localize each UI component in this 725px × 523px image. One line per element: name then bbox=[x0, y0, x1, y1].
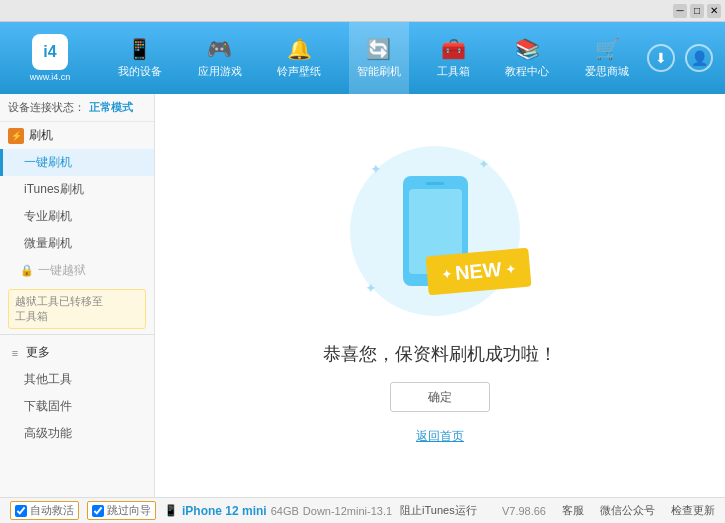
new-ribbon: NEW bbox=[426, 248, 532, 296]
nav-item-toolbox[interactable]: 🧰 工具箱 bbox=[429, 22, 478, 94]
nav-item-app-games[interactable]: 🎮 应用游戏 bbox=[190, 22, 250, 94]
itunes-status[interactable]: 阻止iTunes运行 bbox=[400, 503, 477, 518]
minimize-button[interactable]: ─ bbox=[673, 4, 687, 18]
wechat-link[interactable]: 微信公众号 bbox=[600, 503, 655, 518]
confirm-button[interactable]: 确定 bbox=[390, 382, 490, 412]
status-bar-top: 设备连接状态： 正常模式 bbox=[0, 94, 154, 122]
sidebar-item-itunes-flash[interactable]: iTunes刷机 bbox=[0, 176, 154, 203]
nav-items: 📱 我的设备 🎮 应用游戏 🔔 铃声壁纸 🔄 智能刷机 🧰 工具箱 📚 教程中心… bbox=[100, 22, 647, 94]
logo-text: www.i4.cn bbox=[30, 72, 71, 82]
sparkle-2: ✦ bbox=[478, 156, 490, 172]
customer-service-link[interactable]: 客服 bbox=[562, 503, 584, 518]
auto-rescue-label: 自动救活 bbox=[30, 503, 74, 518]
bottom-left: 自动救活 跳过向导 📱 iPhone 12 mini 64GB Down-12m… bbox=[10, 501, 490, 520]
toolbox-icon: 🧰 bbox=[441, 37, 466, 61]
close-button[interactable]: ✕ bbox=[707, 4, 721, 18]
phone-speaker bbox=[426, 182, 444, 185]
nav-item-tutorial[interactable]: 📚 教程中心 bbox=[497, 22, 557, 94]
tutorial-icon: 📚 bbox=[515, 37, 540, 61]
bottom-bar: 自动救活 跳过向导 📱 iPhone 12 mini 64GB Down-12m… bbox=[0, 497, 725, 523]
nav-right: ⬇ 👤 bbox=[647, 44, 725, 72]
ringtone-icon: 🔔 bbox=[287, 37, 312, 61]
sidebar-item-advanced[interactable]: 高级功能 bbox=[0, 420, 154, 447]
flash-section-label: 刷机 bbox=[29, 127, 53, 144]
smart-flash-icon: 🔄 bbox=[366, 37, 391, 61]
device-model: Down-12mini-13.1 bbox=[303, 505, 392, 517]
download-firmware-label: 下载固件 bbox=[24, 399, 72, 413]
device-info: 📱 iPhone 12 mini 64GB Down-12mini-13.1 bbox=[164, 504, 392, 518]
my-device-icon: 📱 bbox=[127, 37, 152, 61]
auto-rescue-checkbox[interactable]: 自动救活 bbox=[10, 501, 79, 520]
sidebar-warning: 越狱工具已转移至 工具箱 bbox=[8, 289, 146, 329]
nav-item-tutorial-label: 教程中心 bbox=[505, 64, 549, 79]
content-area: ✦ ✦ ✦ NEW 恭喜您，保资料刷机成功啦！ 确定 返回首页 bbox=[155, 94, 725, 497]
main: 设备连接状态： 正常模式 ⚡ 刷机 一键刷机 iTunes刷机 专业刷机 微量刷… bbox=[0, 94, 725, 497]
maximize-button[interactable]: □ bbox=[690, 4, 704, 18]
sidebar-section-flash[interactable]: ⚡ 刷机 bbox=[0, 122, 154, 149]
status-label: 设备连接状态： bbox=[8, 100, 85, 115]
sidebar-item-download-firmware[interactable]: 下载固件 bbox=[0, 393, 154, 420]
nav-item-app-games-label: 应用游戏 bbox=[198, 64, 242, 79]
logo-icon: i4 bbox=[32, 34, 68, 70]
logo-area[interactable]: i4 www.i4.cn bbox=[0, 34, 100, 82]
flash-section-icon: ⚡ bbox=[8, 128, 24, 144]
auto-rescue-input[interactable] bbox=[15, 505, 27, 517]
app-games-icon: 🎮 bbox=[207, 37, 232, 61]
nav-item-my-device-label: 我的设备 bbox=[118, 64, 162, 79]
device-icon: 📱 bbox=[164, 504, 178, 517]
nav-item-toolbox-label: 工具箱 bbox=[437, 64, 470, 79]
sidebar-item-data-flash[interactable]: 微量刷机 bbox=[0, 230, 154, 257]
shop-icon: 🛒 bbox=[595, 37, 620, 61]
download-button[interactable]: ⬇ bbox=[647, 44, 675, 72]
other-tools-label: 其他工具 bbox=[24, 372, 72, 386]
more-section-label: 更多 bbox=[26, 344, 50, 361]
sidebar-item-one-click-flash[interactable]: 一键刷机 bbox=[0, 149, 154, 176]
sidebar-section-more[interactable]: ≡ 更多 bbox=[0, 339, 154, 366]
sidebar-content: ⚡ 刷机 一键刷机 iTunes刷机 专业刷机 微量刷机 🔒 一键越狱 bbox=[0, 122, 154, 497]
version-text: V7.98.66 bbox=[502, 505, 546, 517]
success-message: 恭喜您，保资料刷机成功啦！ bbox=[323, 342, 557, 366]
nav-item-ringtone[interactable]: 🔔 铃声壁纸 bbox=[269, 22, 329, 94]
nav-item-smart-flash-label: 智能刷机 bbox=[357, 64, 401, 79]
skip-wizard-input[interactable] bbox=[92, 505, 104, 517]
nav-item-my-device[interactable]: 📱 我的设备 bbox=[110, 22, 170, 94]
skip-wizard-checkbox[interactable]: 跳过向导 bbox=[87, 501, 156, 520]
one-click-flash-label: 一键刷机 bbox=[24, 155, 72, 169]
device-storage: 64GB bbox=[271, 505, 299, 517]
sidebar-item-jailbreak: 一键越狱 bbox=[38, 262, 86, 279]
more-section-icon: ≡ bbox=[8, 346, 22, 360]
advanced-label: 高级功能 bbox=[24, 426, 72, 440]
nav-item-shop-label: 爱思商城 bbox=[585, 64, 629, 79]
skip-wizard-label: 跳过向导 bbox=[107, 503, 151, 518]
back-home-link[interactable]: 返回首页 bbox=[416, 428, 464, 445]
device-name: iPhone 12 mini bbox=[182, 504, 267, 518]
header: i4 www.i4.cn 📱 我的设备 🎮 应用游戏 🔔 铃声壁纸 🔄 智能刷机… bbox=[0, 22, 725, 94]
phone-illustration: ✦ ✦ ✦ NEW bbox=[350, 146, 530, 326]
status-value: 正常模式 bbox=[89, 100, 133, 115]
nav-item-shop[interactable]: 🛒 爱思商城 bbox=[577, 22, 637, 94]
sparkle-3: ✦ bbox=[365, 280, 377, 296]
nav-item-smart-flash[interactable]: 🔄 智能刷机 bbox=[349, 22, 409, 94]
sparkle-1: ✦ bbox=[370, 161, 382, 177]
user-button[interactable]: 👤 bbox=[685, 44, 713, 72]
pro-flash-label: 专业刷机 bbox=[24, 209, 72, 223]
success-container: ✦ ✦ ✦ NEW 恭喜您，保资料刷机成功啦！ 确定 返回首页 bbox=[323, 146, 557, 445]
sidebar-item-pro-flash[interactable]: 专业刷机 bbox=[0, 203, 154, 230]
bottom-right: V7.98.66 客服 微信公众号 检查更新 bbox=[502, 503, 715, 518]
sidebar-item-other-tools[interactable]: 其他工具 bbox=[0, 366, 154, 393]
check-update-link[interactable]: 检查更新 bbox=[671, 503, 715, 518]
title-bar: ─ □ ✕ bbox=[0, 0, 725, 22]
circle-background: ✦ ✦ ✦ NEW bbox=[350, 146, 520, 316]
sidebar: 设备连接状态： 正常模式 ⚡ 刷机 一键刷机 iTunes刷机 专业刷机 微量刷… bbox=[0, 94, 155, 497]
nav-item-ringtone-label: 铃声壁纸 bbox=[277, 64, 321, 79]
sidebar-divider bbox=[0, 334, 154, 335]
data-flash-label: 微量刷机 bbox=[24, 236, 72, 250]
itunes-flash-label: iTunes刷机 bbox=[24, 182, 84, 196]
warning-text: 越狱工具已转移至 工具箱 bbox=[15, 295, 103, 322]
